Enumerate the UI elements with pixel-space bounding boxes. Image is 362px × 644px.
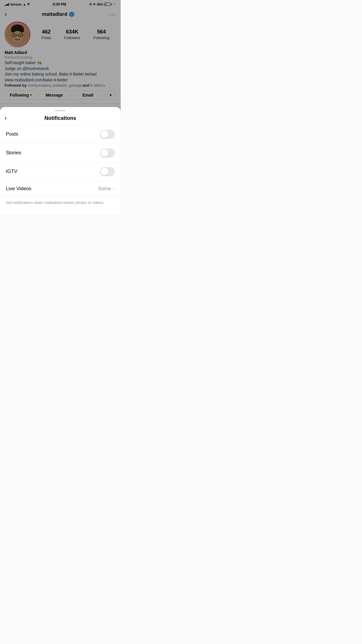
posts-notification-label: Posts [6,131,18,137]
stories-toggle[interactable] [100,148,115,158]
handle-bar [55,110,66,111]
stories-notification-label: Stories [6,150,21,156]
sheet-footer-note: Get notifications when mattadlard shares… [0,197,121,209]
igtv-notification-item: IGTV [0,162,121,181]
notifications-sheet: ‹ Notifications Posts Stories IGTV Live … [0,107,121,215]
live-videos-value: Some [98,186,111,192]
live-videos-item[interactable]: Live Videos Some › [0,181,121,197]
sheet-handle [0,107,121,113]
stories-notification-item: Stories [0,144,121,162]
live-videos-label: Live Videos [6,186,31,192]
posts-toggle[interactable] [100,130,115,139]
toggle-knob-posts [101,130,108,138]
toggle-knob-igtv [101,168,108,176]
chevron-right-icon: › [113,186,115,191]
igtv-notification-label: IGTV [6,169,17,174]
sheet-back-button[interactable]: ‹ [5,114,7,122]
sheet-header: ‹ Notifications [0,113,121,125]
notifications-title: Notifications [44,115,76,121]
toggle-knob-stories [101,149,108,157]
igtv-toggle[interactable] [100,167,115,176]
live-videos-right: Some › [98,186,115,192]
posts-notification-item: Posts [0,125,121,144]
overlay-dim [0,0,121,118]
